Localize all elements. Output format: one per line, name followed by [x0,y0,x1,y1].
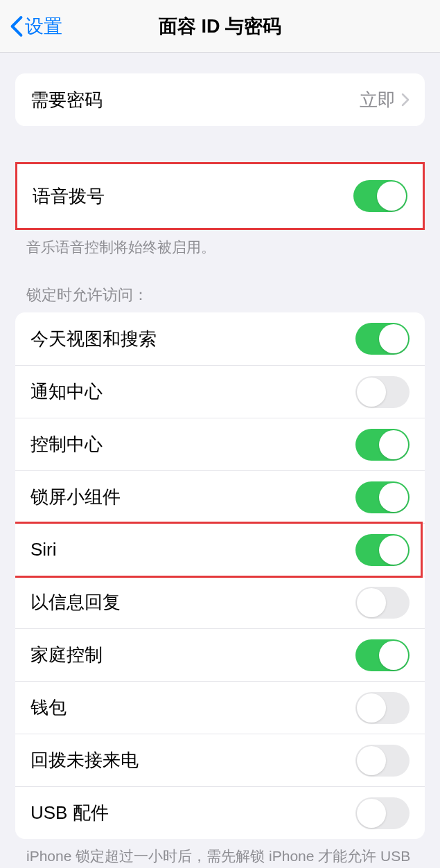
row-label: 钱包 [30,696,67,720]
footer-lock-access: iPhone 锁定超过一小时后，需先解锁 iPhone 才能允许 USB 配件连… [0,839,440,868]
toggle-knob [357,746,386,775]
row-lock-access-item: 钱包 [15,681,425,734]
row-label: 需要密码 [30,88,103,112]
toggle-lock-access-item[interactable] [355,692,410,724]
toggle-knob [379,641,408,670]
row-label: 今天视图和搜索 [30,327,157,351]
row-label: Siri [30,539,57,560]
row-value: 立即 [360,88,410,112]
row-lock-access-item: 锁屏小组件 [15,470,425,523]
row-value-text: 立即 [360,88,396,112]
toggle-lock-access-item[interactable] [355,323,410,355]
footer-voice-dial: 音乐语音控制将始终被启用。 [0,230,440,264]
row-lock-access-item: 今天视图和搜索 [15,312,425,365]
row-lock-access-item: 以信息回复 [15,576,425,628]
toggle-lock-access-item[interactable] [355,797,410,829]
toggle-knob [357,693,386,723]
row-label: 锁屏小组件 [30,485,121,509]
row-require-passcode[interactable]: 需要密码 立即 [15,73,425,126]
row-label: 控制中心 [30,432,103,457]
toggle-lock-access-item[interactable] [355,587,410,619]
toggle-lock-access-item[interactable] [355,481,410,513]
toggle-knob [377,181,406,211]
row-label: 通知中心 [30,380,103,404]
page-title: 面容 ID 与密码 [0,14,440,39]
toggle-knob [379,483,408,512]
back-button[interactable]: 设置 [0,14,62,39]
row-label: 以信息回复 [30,590,121,614]
toggle-lock-access-item[interactable] [355,639,410,671]
toggle-knob [357,378,386,407]
row-lock-access-item: Siri [15,523,425,576]
group-lock-access: 今天视图和搜索通知中心控制中心锁屏小组件Siri以信息回复家庭控制钱包回拨未接来… [15,312,425,839]
group-require-passcode: 需要密码 立即 [15,73,425,126]
toggle-lock-access-item[interactable] [355,534,410,566]
row-lock-access-item: USB 配件 [15,786,425,839]
row-label: 家庭控制 [30,643,103,667]
back-label: 设置 [25,14,62,39]
nav-bar: 设置 面容 ID 与密码 [0,0,440,53]
toggle-knob [357,588,386,617]
row-label: USB 配件 [30,801,109,825]
toggle-lock-access-item[interactable] [355,429,410,461]
row-label: 语音拨号 [33,184,105,209]
header-lock-access: 锁定时允许访问： [0,285,440,312]
row-label: 回拨未接来电 [30,748,139,772]
row-lock-access-item: 回拨未接来电 [15,734,425,786]
toggle-knob [357,799,386,828]
chevron-left-icon [10,15,24,37]
toggle-lock-access-item[interactable] [355,745,410,777]
toggle-knob [379,535,408,565]
toggle-knob [379,430,408,459]
toggle-lock-access-item[interactable] [355,376,410,408]
group-voice-dial: 语音拨号 [15,162,425,230]
chevron-right-icon [401,93,410,107]
row-lock-access-item: 通知中心 [15,365,425,418]
row-voice-dial: 语音拨号 [17,164,423,228]
toggle-voice-dial[interactable] [353,180,407,212]
toggle-knob [379,324,408,353]
row-lock-access-item: 家庭控制 [15,628,425,681]
row-lock-access-item: 控制中心 [15,418,425,470]
